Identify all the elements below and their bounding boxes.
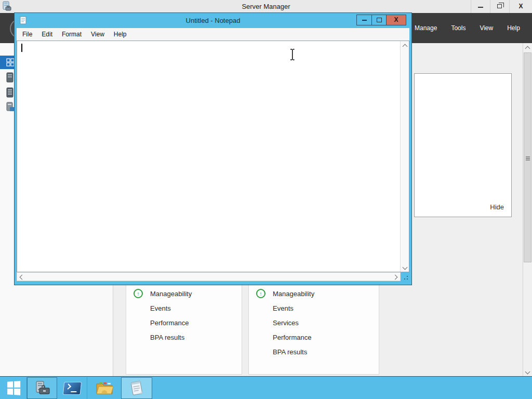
resize-grip[interactable] bbox=[401, 272, 409, 281]
up-arrow-glyph: ↑ bbox=[137, 290, 140, 297]
sm-window-controls: X bbox=[471, 0, 532, 13]
sm-vertical-scrollbar[interactable] bbox=[523, 43, 532, 376]
ibeam-cursor-icon bbox=[289, 48, 296, 61]
tile1-performance-link[interactable]: Performance bbox=[150, 319, 189, 327]
scroll-down-icon bbox=[403, 265, 408, 270]
start-button[interactable] bbox=[0, 377, 27, 399]
notepad-horizontal-scrollbar[interactable] bbox=[17, 272, 401, 281]
restore-down-icon bbox=[497, 4, 502, 8]
server-manager-icon bbox=[33, 380, 51, 396]
notepad-menu-view[interactable]: View bbox=[86, 31, 109, 38]
tile1-manageability-link[interactable]: Manageability bbox=[150, 290, 192, 298]
scroll-down-icon bbox=[525, 369, 530, 375]
menu-manage[interactable]: Manage bbox=[415, 24, 437, 32]
notepad-icon bbox=[128, 380, 145, 396]
scrollbar-thumb[interactable] bbox=[524, 52, 531, 262]
notepad-text-area[interactable] bbox=[17, 41, 409, 272]
sm-close-button[interactable]: X bbox=[509, 0, 532, 13]
menu-view[interactable]: View bbox=[480, 24, 493, 32]
powershell-icon bbox=[62, 382, 82, 395]
local-server-icon[interactable] bbox=[6, 72, 14, 83]
notepad-window: Untitled - Notepad X File Edit Format Vi… bbox=[15, 13, 411, 285]
server-manager-title: Server Manager bbox=[0, 0, 532, 13]
thumb-grip-icon bbox=[526, 156, 530, 157]
close-icon: X bbox=[510, 0, 532, 13]
notepad-window-controls: X bbox=[356, 15, 406, 25]
scroll-up-icon bbox=[403, 44, 408, 49]
hide-button[interactable]: Hide bbox=[490, 203, 504, 211]
notepad-menu-edit[interactable]: Edit bbox=[37, 31, 57, 38]
scroll-up-icon bbox=[525, 46, 530, 51]
tile1-bpa-results-link[interactable]: BPA results bbox=[150, 334, 184, 341]
notepad-title: Untitled - Notepad bbox=[15, 13, 411, 28]
up-arrow-glyph: ↑ bbox=[259, 290, 262, 297]
notepad-close-button[interactable]: X bbox=[386, 15, 406, 25]
notepad-maximize-button[interactable] bbox=[371, 15, 386, 25]
sm-minimize-button[interactable] bbox=[471, 0, 490, 13]
taskbar-powershell-button[interactable] bbox=[57, 377, 87, 399]
tile2-services-link[interactable]: Services bbox=[273, 319, 299, 327]
tile1-events-link[interactable]: Events bbox=[150, 304, 171, 312]
text-caret bbox=[21, 44, 22, 52]
server-manager-titlebar[interactable]: Server Manager X bbox=[0, 0, 532, 13]
all-servers-icon[interactable] bbox=[6, 87, 14, 98]
sm-restore-button[interactable] bbox=[490, 0, 509, 13]
tile2-manageability-link[interactable]: Manageability bbox=[273, 290, 314, 298]
minimize-icon bbox=[478, 7, 483, 8]
status-up-icon: ↑ bbox=[134, 289, 143, 298]
scroll-up-button[interactable] bbox=[523, 43, 532, 52]
taskbar-notepad-button[interactable] bbox=[121, 377, 152, 399]
windows-logo-icon bbox=[7, 381, 20, 395]
tile2-performance-link[interactable]: Performance bbox=[273, 334, 311, 341]
notepad-menu-format[interactable]: Format bbox=[57, 31, 86, 38]
menu-help[interactable]: Help bbox=[507, 24, 520, 32]
scroll-right-icon bbox=[393, 275, 398, 280]
taskbar-file-explorer-button[interactable] bbox=[87, 377, 121, 399]
notepad-minimize-button[interactable] bbox=[357, 15, 371, 25]
scroll-down-button[interactable] bbox=[523, 367, 532, 376]
file-explorer-icon bbox=[95, 380, 114, 396]
taskbar-server-manager-button[interactable] bbox=[27, 377, 57, 399]
scroll-left-icon bbox=[20, 275, 25, 280]
taskbar: 4:58 AM 12/4/2025 bbox=[0, 376, 532, 399]
tile2-bpa-results-link[interactable]: BPA results bbox=[273, 348, 307, 356]
server-manager-menu: Manage Tools View Help bbox=[415, 13, 520, 43]
maximize-icon bbox=[377, 18, 382, 22]
minimize-icon bbox=[362, 20, 367, 21]
status-up-icon: ↑ bbox=[256, 289, 265, 298]
scroll-up-button[interactable] bbox=[401, 41, 409, 50]
menu-tools[interactable]: Tools bbox=[451, 24, 466, 32]
scroll-down-button[interactable] bbox=[401, 262, 409, 272]
notepad-menubar: File Edit Format View Help bbox=[17, 28, 409, 41]
notepad-menu-help[interactable]: Help bbox=[109, 31, 131, 38]
notepad-menu-file[interactable]: File bbox=[18, 31, 37, 38]
notification-panel: Hide bbox=[414, 73, 512, 217]
close-icon: X bbox=[387, 15, 406, 25]
notepad-vertical-scrollbar[interactable] bbox=[400, 41, 409, 272]
notepad-titlebar[interactable]: Untitled - Notepad X bbox=[15, 13, 411, 28]
file-storage-services-icon[interactable] bbox=[6, 102, 15, 112]
dashboard-grid-icon bbox=[6, 58, 15, 66]
desktop: Server Manager X Manage Tools View Help bbox=[0, 0, 532, 399]
tile2-events-link[interactable]: Events bbox=[273, 304, 294, 312]
